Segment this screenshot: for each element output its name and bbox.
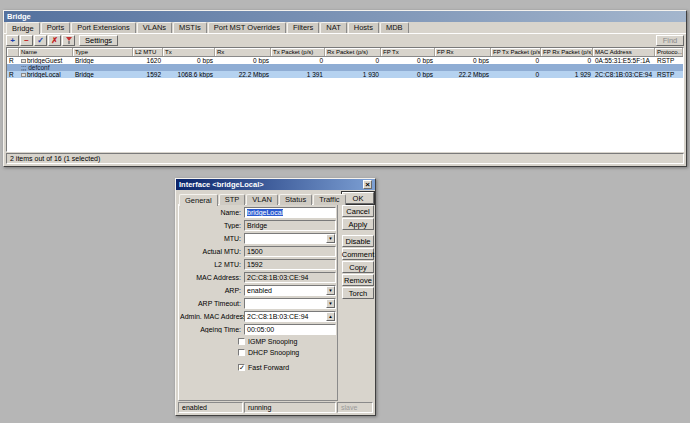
tab-port-mst-overrides[interactable]: Port MST Overrides (208, 22, 286, 33)
ageing-time-input[interactable]: 00:05:00 (244, 324, 336, 335)
actual-mtu-field: 1500 (244, 246, 336, 257)
cell-rx-packet: 0 (325, 57, 381, 64)
find-button[interactable]: Find (656, 35, 684, 46)
tab-vlans[interactable]: VLANs (137, 22, 172, 33)
cell-comment: ;;; defconf (19, 64, 683, 71)
dialog-title: Interface <bridgeLocal> (179, 180, 264, 189)
tab-vlan[interactable]: VLAN (246, 194, 278, 205)
column-header-type[interactable]: Type (73, 48, 133, 56)
cell-fp-rx: 22.2 Mbps (435, 71, 491, 78)
column-header-flags[interactable] (7, 48, 19, 56)
arp-select[interactable]: enabled▼ (244, 285, 336, 296)
admin-mac-up-icon[interactable]: ▲ (326, 312, 335, 321)
table-row-bridgeguest[interactable]: R bridgeGuest Bridge 1620 0 bps 0 bps 0 … (7, 57, 683, 64)
igmp-snooping-checkbox[interactable] (238, 338, 245, 345)
enable-icon: ✓ (37, 36, 44, 45)
tab-status[interactable]: Status (279, 194, 312, 205)
arp-dropdown-icon[interactable]: ▼ (326, 286, 335, 295)
tab-mdb[interactable]: MDB (380, 22, 409, 33)
remove-button[interactable]: − (20, 35, 33, 46)
torch-button[interactable]: Torch (342, 287, 374, 299)
cancel-button[interactable]: Cancel (342, 205, 374, 217)
tab-nat[interactable]: NAT (320, 22, 346, 33)
table-row-bridgelocal[interactable]: R bridgeLocal Bridge 1592 1068.6 kbps 22… (7, 71, 683, 78)
fast-forward-checkbox[interactable]: ✓ (238, 364, 245, 371)
cell-l2mtu: 1592 (133, 71, 163, 78)
status-enabled: enabled (178, 402, 243, 413)
column-header-fp-tx[interactable]: FP Tx (381, 48, 435, 56)
column-header-fp-tx-packet[interactable]: FP Tx Packet (p/s) (491, 48, 541, 56)
column-header-rx[interactable]: Rx (215, 48, 271, 56)
cell-l2mtu: 1620 (133, 57, 163, 64)
cell-type: Bridge (73, 57, 133, 64)
status-running: running (244, 402, 336, 413)
bridge-icon (21, 59, 26, 63)
bridge-window-titlebar[interactable]: Bridge (4, 11, 686, 22)
column-header-fp-rx-packet[interactable]: FP Rx Packet (p/s) (541, 48, 593, 56)
arp-timeout-dropdown-icon[interactable]: ▼ (326, 299, 335, 308)
column-header-fp-rx[interactable]: FP Rx (435, 48, 491, 56)
table-row-comment-defconf[interactable]: ;;; defconf (7, 64, 683, 71)
table-header: Name Type L2 MTU Tx Rx Tx Packet (p/s) R… (7, 48, 683, 57)
arp-timeout-input[interactable]: ▼ (244, 298, 336, 309)
cell-mac-address: 2C:C8:1B:03:CE:94 (593, 71, 655, 78)
dialog-tabbar: General STP VLAN Status Traffic (179, 192, 347, 205)
cell-tx: 1068.6 kbps (163, 71, 215, 78)
items-count-text: 2 items out of 16 (1 selected) (10, 155, 100, 162)
column-header-mac-address[interactable]: MAC Address (593, 48, 655, 56)
fast-forward-row: ✓ Fast Forward (238, 363, 289, 372)
close-button[interactable]: × (363, 180, 372, 189)
cell-fp-rx-packet: 0 (541, 57, 593, 64)
mtu-input[interactable]: ▼ (244, 233, 336, 244)
tab-general[interactable]: General (179, 194, 218, 206)
mtu-dropdown-icon[interactable]: ▼ (326, 234, 335, 243)
disable-button[interactable]: ✗ (48, 35, 61, 46)
cell-tx-packet: 1 391 (271, 71, 325, 78)
tab-filters[interactable]: Filters (287, 22, 319, 33)
column-header-rx-packet[interactable]: Rx Packet (p/s) (325, 48, 381, 56)
interface-dialog: Interface <bridgeLocal> × General STP VL… (175, 178, 376, 416)
column-header-tx-packet[interactable]: Tx Packet (p/s) (271, 48, 325, 56)
actual-mtu-field-row: Actual MTU: 1500 (180, 246, 336, 257)
cell-fp-tx-packet: 0 (491, 71, 541, 78)
apply-button[interactable]: Apply (342, 218, 374, 230)
copy-button[interactable]: Copy (342, 261, 374, 273)
comment-button[interactable]: Comment (342, 248, 374, 260)
cell-fp-rx-packet: 1 929 (541, 71, 593, 78)
tab-mstis[interactable]: MSTIs (173, 22, 207, 33)
name-input[interactable]: bridgeLocal (244, 207, 336, 218)
ok-button[interactable]: OK (342, 192, 374, 204)
tab-hosts[interactable]: Hosts (348, 22, 379, 33)
tab-ports[interactable]: Ports (41, 22, 71, 33)
enable-button[interactable]: ✓ (34, 35, 47, 46)
column-header-protocol[interactable]: Protoco... (655, 48, 683, 56)
cell-rx: 0 bps (215, 57, 271, 64)
admin-mac-field-row: Admin. MAC Address: 2C:C8:1B:03:CE:94▲ (180, 311, 336, 322)
ageing-time-field-row: Ageing Time: 00:05:00 (180, 324, 336, 335)
remove-button-dialog[interactable]: Remove (342, 274, 374, 286)
admin-mac-input[interactable]: 2C:C8:1B:03:CE:94▲ (244, 311, 336, 322)
arp-timeout-field-row: ARP Timeout: ▼ (180, 298, 336, 309)
tab-stp[interactable]: STP (219, 194, 246, 205)
disable-icon: ✗ (51, 36, 58, 45)
disable-button-dialog[interactable]: Disable (342, 235, 374, 247)
name-field-row: Name: bridgeLocal (180, 207, 336, 218)
cell-name: bridgeGuest (19, 57, 73, 64)
arp-timeout-label: ARP Timeout: (180, 300, 244, 307)
tab-traffic[interactable]: Traffic (313, 194, 345, 205)
filter-button[interactable] (62, 35, 75, 46)
tab-bridge[interactable]: Bridge (6, 22, 40, 34)
tab-port-extensions[interactable]: Port Extensions (71, 22, 136, 33)
cell-protocol: RSTP (655, 57, 683, 64)
settings-button[interactable]: Settings (79, 35, 118, 46)
bridge-list: Name Type L2 MTU Tx Rx Tx Packet (p/s) R… (6, 47, 684, 152)
column-header-l2mtu[interactable]: L2 MTU (133, 48, 163, 56)
add-button[interactable]: + (6, 35, 19, 46)
actual-mtu-label: Actual MTU: (180, 248, 244, 255)
cell-fp-tx-packet: 0 (491, 57, 541, 64)
column-header-name[interactable]: Name (19, 48, 73, 56)
column-header-tx[interactable]: Tx (163, 48, 215, 56)
bridge-window: Bridge Bridge Ports Port Extensions VLAN… (3, 10, 687, 167)
dialog-titlebar[interactable]: Interface <bridgeLocal> × (176, 179, 375, 190)
dhcp-snooping-checkbox[interactable] (238, 349, 245, 356)
